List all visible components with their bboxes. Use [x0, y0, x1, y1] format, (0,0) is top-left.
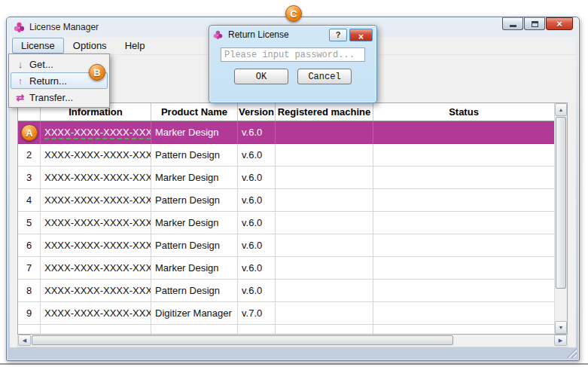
cell-version: v.6.0: [238, 189, 276, 212]
table-row[interactable]: 6 XXXX-XXXX-XXXX-XXXX Pattern Design v.6…: [18, 234, 554, 257]
menu-item-return-label: Return...: [29, 75, 67, 87]
cell-status: [373, 144, 554, 167]
table-row[interactable]: 4 XXXX-XXXX-XXXX-XXXX Pattern Design v.6…: [18, 189, 554, 212]
minimize-icon: [510, 25, 516, 27]
horizontal-scroll-thumb[interactable]: [32, 335, 453, 345]
cell-product-name: Marker Design: [151, 121, 238, 144]
cell-row-number: 2: [18, 144, 41, 167]
vertical-scrollbar[interactable]: ▲ ▼: [554, 103, 567, 334]
menu-item-get-label: Get...: [29, 59, 53, 70]
scroll-right-button[interactable]: ▶: [554, 335, 567, 346]
maximize-button[interactable]: [524, 17, 545, 30]
cell-registered-machine: [276, 257, 373, 280]
cell-row-number: 8: [18, 280, 41, 302]
cell-registered-machine: [276, 189, 373, 212]
cell-information: XXXX-XXXX-XXXX-XXXX: [41, 189, 151, 212]
minimize-button[interactable]: [502, 17, 523, 30]
cell-status: [373, 234, 554, 257]
table-row[interactable]: 2 XXXX-XXXX-XXXX-XXXX Pattern Design v.6…: [18, 144, 554, 167]
cell-version: v.6.0: [238, 121, 276, 144]
cell-information: XXXX-XXXX-XXXX-XXXX: [41, 257, 151, 280]
cell-information: XXXX-XXXX-XXXX-XXXX: [41, 302, 151, 325]
cell-row-number: [18, 325, 41, 334]
table-row[interactable]: 1 XXXX-XXXX-XXXX-XXXX Marker Design v.6.…: [18, 121, 554, 144]
cell-product-name: Pattern Design: [151, 280, 238, 302]
menu-license[interactable]: License: [12, 38, 64, 54]
cell-registered-machine: [276, 280, 373, 302]
cell-row-number: 9: [18, 302, 41, 325]
col-header-version[interactable]: Version: [238, 103, 276, 121]
scroll-down-button[interactable]: ▼: [555, 321, 567, 334]
cell-information: XXXX-XXXX-XXXX-XXXX: [41, 121, 151, 144]
cell-product-name: Marker Design: [151, 167, 238, 189]
col-header-registered-machine[interactable]: Registered machine: [276, 103, 373, 121]
get-download-icon: ↓: [11, 59, 29, 70]
cell-version: v.7.0: [238, 302, 276, 325]
dialog-close-button[interactable]: ×: [349, 29, 373, 41]
cell-registered-machine: [276, 212, 373, 234]
cell-version: v.6.0: [238, 234, 276, 257]
password-input[interactable]: [221, 47, 365, 62]
cell-status: [373, 257, 554, 280]
table-row: [18, 325, 554, 334]
cell-product-name: Pattern Design: [151, 234, 238, 257]
cell-product-name: Marker Design: [151, 212, 238, 234]
cell-row-number: 4: [18, 189, 41, 212]
table-body: 1 XXXX-XXXX-XXXX-XXXX Marker Design v.6.…: [18, 121, 554, 334]
return-upload-icon: ↑: [11, 75, 29, 87]
transfer-icon: ⇄: [11, 92, 29, 103]
cell-status: [373, 280, 554, 302]
window-title: License Manager: [29, 22, 99, 32]
return-license-dialog: Return License ? × OK Cancel: [209, 25, 377, 103]
menu-item-transfer-label: Transfer...: [29, 92, 73, 103]
horizontal-scrollbar[interactable]: ◀ ▶: [17, 335, 568, 347]
screenshot-bottom-edge: [0, 363, 588, 365]
cell-version: v.6.0: [238, 144, 276, 167]
menu-item-transfer[interactable]: ⇄ Transfer...: [11, 89, 108, 106]
dialog-buttons: OK Cancel: [209, 69, 376, 84]
cell-information: [41, 325, 151, 334]
table-row[interactable]: 9 XXXX-XXXX-XXXX-XXXX Digitizer Manager …: [18, 302, 554, 325]
close-icon: ×: [556, 19, 562, 29]
table-row[interactable]: 3 XXXX-XXXX-XXXX-XXXX Marker Design v.6.…: [18, 167, 554, 189]
close-button[interactable]: ×: [546, 17, 573, 30]
window-controls: ×: [502, 17, 573, 30]
cell-information: XXXX-XXXX-XXXX-XXXX: [41, 212, 151, 234]
cell-registered-machine: [276, 234, 373, 257]
resize-grip[interactable]: [567, 348, 577, 358]
ok-button[interactable]: OK: [234, 69, 288, 84]
cell-version: v.6.0: [238, 257, 276, 280]
dialog-help-button[interactable]: ?: [329, 29, 347, 41]
license-grid: Information Product Name Version Registe…: [18, 103, 554, 334]
cell-product-name: [151, 325, 238, 334]
dialog-titlebar: Return License ? ×: [209, 26, 376, 44]
table-row[interactable]: 5 XXXX-XXXX-XXXX-XXXX Marker Design v.6.…: [18, 212, 554, 234]
cell-registered-machine: [276, 121, 373, 144]
cancel-button[interactable]: Cancel: [297, 69, 352, 84]
table-row[interactable]: 7 XXXX-XXXX-XXXX-XXXX Marker Design v.6.…: [18, 257, 554, 280]
license-menu-dropdown: ↓ Get... ↑ Return... ⇄ Transfer...: [8, 54, 110, 108]
dialog-title: Return License: [228, 29, 329, 40]
cell-status: [373, 325, 554, 334]
callout-badge-c: C: [285, 5, 302, 22]
maximize-icon: [532, 21, 538, 27]
callout-badge-a: A: [21, 124, 38, 141]
cell-row-number: 7: [18, 257, 41, 280]
scroll-up-button[interactable]: ▲: [555, 103, 567, 116]
cell-status: [373, 121, 554, 144]
callout-badge-b: B: [89, 64, 105, 81]
col-header-product-name[interactable]: Product Name: [151, 103, 238, 121]
cell-registered-machine: [276, 167, 373, 189]
cell-product-name: Marker Design: [151, 257, 238, 280]
cell-information: XXXX-XXXX-XXXX-XXXX: [41, 280, 151, 302]
menu-help[interactable]: Help: [116, 38, 154, 54]
menu-options[interactable]: Options: [64, 38, 116, 54]
cell-registered-machine: [276, 325, 373, 334]
scroll-left-button[interactable]: ◀: [18, 335, 31, 346]
col-header-status[interactable]: Status: [373, 103, 554, 121]
vertical-scroll-thumb[interactable]: [556, 117, 566, 289]
cell-information: XXXX-XXXX-XXXX-XXXX: [41, 234, 151, 257]
cell-version: v.6.0: [238, 167, 276, 189]
table-row[interactable]: 8 XXXX-XXXX-XXXX-XXXX Pattern Design v.6…: [18, 280, 554, 302]
license-table: Information Product Name Version Registe…: [17, 102, 568, 335]
